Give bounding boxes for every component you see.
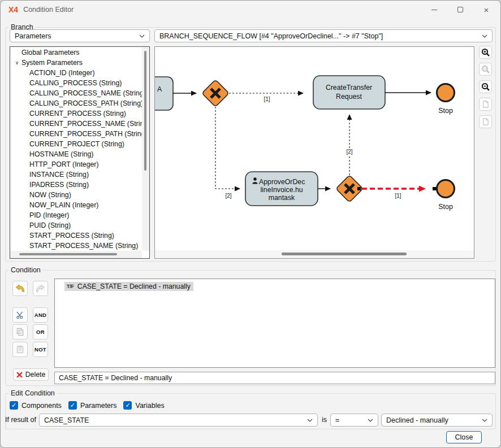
tree-horizontal-scrollbar[interactable] [10,251,142,258]
selection-handle[interactable] [357,187,361,190]
scrollbar-thumb[interactable] [282,253,407,255]
task-label: ApproveOrDec [259,178,305,186]
paste-button[interactable] [12,342,28,357]
exclusive-gateway-icon[interactable] [202,80,229,107]
tree-item[interactable]: IPADRESS (String) [10,180,142,190]
redo-button[interactable] [33,281,48,296]
window-title: Condition Editor [23,6,74,14]
tree-item-label: START_PROCESS_NAME (String) [29,242,138,250]
checkbox[interactable]: ✓ Parameters [68,401,117,410]
operator-combo[interactable]: = [330,414,378,427]
zoom-actual-size-button[interactable]: 1:1 [479,63,492,76]
checkbox-checked-icon[interactable]: ✓ [123,401,132,410]
delete-button[interactable]: Delete [13,368,49,381]
parameter-tree: Global Parameters ∨ System Parameters AC… [10,46,150,259]
cut-button[interactable] [12,307,28,323]
tree-item[interactable]: CALLING_PROCESS (String) [10,78,142,88]
page-icon [481,100,490,108]
tree-item-label: CURRENT_PROCESS (String) [29,110,126,118]
diagram-horizontal-scrollbar[interactable] [155,250,474,258]
tree-item[interactable]: CURRENT_PROCESS_NAME (String) [10,119,142,129]
selection-handle[interactable] [433,187,436,190]
tree-item[interactable]: CALLING_PROCESS_NAME (String) [10,88,142,98]
condition-rows: T/F CASE_STATE = Declined - manually [64,282,495,291]
checkbox-checked-icon[interactable]: ✓ [68,401,77,410]
tree-item[interactable]: CURRENT_PROJECT (String) [10,139,142,149]
scissors-icon [16,311,24,319]
tree-item-label: CALLING_PROCESS_NAME (String) [29,89,142,97]
tree-item-label: CALLING_PROCESS_PATH (String) [29,99,142,107]
chevron-down-icon [482,419,487,422]
tree-item[interactable]: CALLING_PROCESS_PATH (String) [10,98,142,108]
tree-item[interactable]: CURRENT_PROCESS (String) [10,108,142,119]
process-diagram-panel[interactable]: A [1] CreateTransfer Request Stop [2] [154,46,474,259]
condition-expression-field[interactable]: CASE_STATE = Declined - manually [54,372,495,384]
conditional-flow[interactable] [215,107,240,189]
condition-row-selected[interactable]: T/F CASE_STATE = Declined - manually [64,282,193,291]
tree-item[interactable]: ACTION_ID (Integer) [10,68,142,78]
process-diagram: A [1] CreateTransfer Request Stop [2] [155,47,474,250]
checkbox[interactable]: ✓ Variables [123,401,164,410]
tree-item-label: ACTION_ID (Integer) [29,69,94,77]
task-partial[interactable] [155,77,173,110]
close-window-button[interactable]: × [473,1,499,18]
tree-item[interactable]: HOSTNAME (String) [10,149,142,159]
condition-row-text: CASE_STATE = Declined - manually [77,282,191,290]
and-button[interactable]: AND [33,307,48,323]
task-label: CreateTransfer [326,84,372,92]
zoom-in-button[interactable] [479,46,492,59]
is-label: is [322,416,327,424]
not-button[interactable]: NOT [33,342,48,357]
stop-event-bottom[interactable] [437,180,455,198]
value-combo[interactable]: Declined - manually [381,414,493,427]
scrollbar-thumb[interactable] [144,51,146,171]
tree-vertical-scrollbar[interactable] [142,47,149,251]
title-bar: X4 Condition Editor × [1,1,500,19]
undo-button[interactable] [12,281,28,296]
tree-item-label: Global Parameters [21,49,80,56]
or-button[interactable]: OR [33,324,48,340]
tree-item[interactable]: Global Parameters [10,47,142,58]
chevron-down-icon [482,34,487,38]
chevron-down-icon [307,419,313,422]
condition-list[interactable]: T/F CASE_STATE = Declined - manually [54,279,495,368]
tree-item-label: CALLING_PROCESS (String) [29,79,122,87]
stop-event-top[interactable] [437,84,455,102]
flow-label: [1] [264,96,270,102]
condition-group-label: Condition [8,266,43,274]
tree-item[interactable]: ∨ System Parameters [10,58,142,68]
scrollbar-thumb[interactable] [19,253,117,255]
zoom-out-button[interactable] [479,80,492,93]
branch-scope-combo[interactable]: Parameters [10,29,150,42]
maximize-button[interactable] [447,1,473,18]
svg-text:1:1: 1:1 [483,67,487,70]
task-label: Request [336,93,362,101]
branch-flow-combo[interactable]: BRANCH_SEQUENCE_FLOW [#4 "ApproveOrDecli… [154,29,493,42]
minimize-icon [431,10,437,10]
tree-item-label: PID (Integer) [29,211,69,219]
copy-icon [16,328,24,336]
page-view-button-2[interactable] [479,115,492,128]
undo-icon [15,284,25,293]
tree-item[interactable]: PID (Integer) [10,210,142,220]
tree-item[interactable]: PUID (String) [10,220,142,230]
maximize-icon [457,7,463,12]
tree-item[interactable]: NOW_PLAIN (Integer) [10,200,142,210]
tree-item[interactable]: CURRENT_PROCESS_PATH (String) [10,129,142,139]
task-label: lineInvoice.hu [260,186,303,194]
tree-item[interactable]: START_PROCESS_NAME (String) [10,241,142,251]
tree-item-label: NOW (String) [29,191,71,199]
minimize-button[interactable] [421,1,447,18]
tree-item[interactable]: NOW (String) [10,190,142,200]
page-view-button-1[interactable] [479,98,492,111]
tree-item[interactable]: INSTANCE (String) [10,169,142,180]
parameter-combo[interactable]: CASE_STATE [39,414,318,427]
tree-expander-icon[interactable]: ∨ [12,60,21,66]
copy-button[interactable] [12,324,28,340]
tree-item[interactable]: HTTP_PORT (Integer) [10,159,142,169]
close-button[interactable]: Close [446,431,482,443]
page-icon [481,118,490,126]
tree-item[interactable]: START_PROCESS (String) [10,230,142,241]
checkbox-checked-icon[interactable]: ✓ [10,401,18,410]
checkbox[interactable]: ✓ Components [10,401,62,410]
